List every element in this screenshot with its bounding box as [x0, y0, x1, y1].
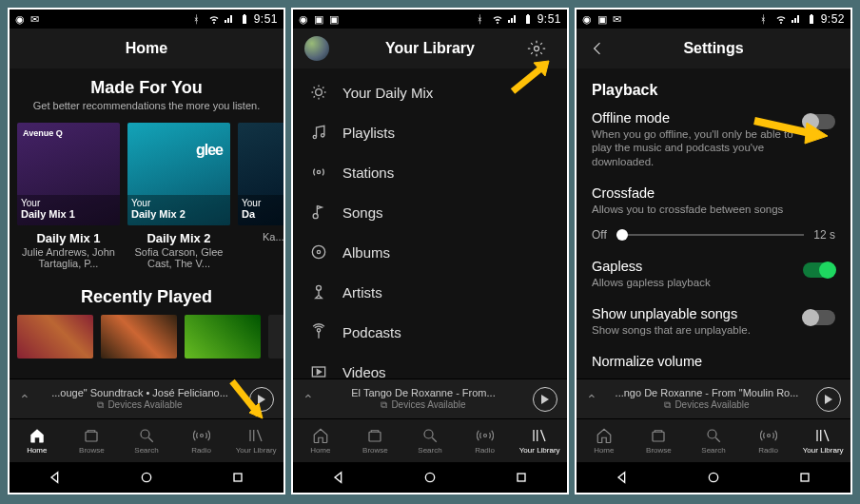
setting-gapless[interactable]: Gapless Allows gapless playback: [577, 251, 850, 299]
play-button[interactable]: [249, 387, 274, 412]
play-button[interactable]: [533, 387, 557, 412]
mail-icon: ✉: [613, 13, 624, 25]
setting-unplayable[interactable]: Show unplayable songs Show songs that ar…: [577, 299, 850, 346]
avatar[interactable]: [304, 36, 329, 61]
tab-browse[interactable]: Browse: [65, 419, 120, 462]
recently-played-carousel[interactable]: [10, 311, 283, 362]
crossfade-slider[interactable]: Off 12 s: [577, 226, 850, 251]
svg-rect-21: [653, 432, 664, 441]
screen-library: ◉ ▣ ▣ ᚼ 9:51 Your Library Your Daily Mix…: [291, 8, 569, 494]
tab-home[interactable]: Home: [577, 419, 632, 462]
recents-button[interactable]: [797, 470, 812, 485]
daily-mix-card[interactable]: YourDaily Mix 1 Daily Mix 1 Julie Andrew…: [17, 123, 120, 270]
recents-button[interactable]: [230, 470, 245, 485]
tab-browse[interactable]: Browse: [348, 419, 403, 462]
svg-point-3: [142, 473, 150, 481]
slider-max-label: 12 s: [813, 228, 835, 242]
home-button[interactable]: [422, 470, 438, 485]
devices-icon: ⧉: [97, 399, 104, 411]
home-button[interactable]: [139, 470, 154, 485]
tab-radio[interactable]: Radio: [174, 419, 229, 462]
library-item-daily-mix[interactable]: Your Daily Mix: [293, 72, 567, 112]
toggle-gapless[interactable]: [803, 262, 835, 278]
bottom-tabs: Home Browse Search Radio Your Library: [293, 418, 567, 462]
setting-title: Normalize volume: [592, 354, 835, 369]
tab-home[interactable]: Home: [293, 419, 348, 462]
setting-crossfade: Crossfade Allows you to crossfade betwee…: [577, 178, 850, 225]
slider-knob[interactable]: [616, 229, 628, 241]
page-title: Home: [49, 40, 244, 57]
library-item-songs[interactable]: Songs: [293, 192, 567, 232]
library-item-playlists[interactable]: Playlists: [293, 112, 567, 152]
now-playing-bar[interactable]: ⌃ ...ouge" Soundtrack • José Feliciano..…: [10, 378, 283, 418]
tab-home[interactable]: Home: [10, 419, 65, 462]
tab-search[interactable]: Search: [402, 419, 458, 462]
setting-desc: Allows gapless playback: [592, 276, 795, 289]
screen-home: ◉ ✉ ᚼ 9:51 Home Made For You Get better …: [8, 8, 285, 494]
tab-library[interactable]: Your Library: [228, 419, 283, 462]
made-for-you-subtitle: Get better recommendations the more you …: [21, 100, 272, 113]
card-subtitle: Ka... Stev...: [238, 231, 283, 243]
svg-point-8: [322, 134, 324, 137]
svg-point-22: [708, 430, 716, 438]
chevron-up-icon[interactable]: ⌃: [303, 392, 314, 407]
now-playing-track: El Tango De Roxanne - From...: [322, 387, 525, 399]
battery-icon: [239, 13, 250, 25]
setting-title: Crossfade: [592, 185, 835, 201]
chevron-up-icon[interactable]: ⌃: [586, 392, 597, 407]
devices-icon: ⧉: [381, 399, 387, 411]
play-button[interactable]: [816, 387, 841, 412]
android-nav: [10, 462, 283, 493]
tab-search[interactable]: Search: [119, 419, 174, 462]
toggle-unplayable[interactable]: [803, 310, 835, 325]
library-item-albums[interactable]: Albums: [293, 232, 567, 272]
tab-radio[interactable]: Radio: [458, 419, 513, 462]
bottom-tabs: Home Browse Search Radio Your Library: [10, 418, 283, 462]
card-subtitle: Sofia Carson, Glee Cast, The V...: [127, 246, 230, 270]
album-thumb[interactable]: [185, 315, 261, 359]
back-button[interactable]: [48, 470, 63, 485]
now-playing-bar[interactable]: ⌃ ...ngo De Roxanne - From "Moulin Ro...…: [577, 378, 850, 418]
devices-label[interactable]: Devices Available: [391, 399, 465, 411]
back-button[interactable]: [331, 470, 346, 485]
daily-mix-card[interactable]: YourDaily Mix 2 Daily Mix 2 Sofia Carson…: [127, 123, 230, 270]
recents-button[interactable]: [514, 470, 529, 485]
tab-library[interactable]: Your Library: [795, 419, 850, 462]
card-subtitle: Julie Andrews, John Tartaglia, P...: [17, 246, 120, 270]
library-item-artists[interactable]: Artists: [293, 272, 567, 312]
section-playback: Playback: [577, 68, 850, 103]
daily-mix-card[interactable]: YourDa Ka... Stev...: [238, 123, 283, 270]
library-item-podcasts[interactable]: Podcasts: [293, 312, 567, 352]
back-chevron[interactable]: [588, 39, 616, 58]
library-item-videos[interactable]: Videos: [293, 352, 567, 378]
library-list: Your Daily Mix Playlists Stations Songs …: [293, 68, 567, 378]
status-bar: ◉ ▣ ✉ ᚼ 9:52: [577, 10, 850, 29]
toggle-offline[interactable]: [803, 114, 835, 129]
devices-label[interactable]: Devices Available: [108, 399, 182, 411]
tab-browse[interactable]: Browse: [632, 419, 687, 462]
setting-normalize[interactable]: Normalize volume: [577, 346, 850, 378]
card-title: Daily Mix 2: [127, 231, 230, 245]
back-button[interactable]: [615, 470, 630, 485]
android-nav: [577, 462, 850, 493]
tab-search[interactable]: Search: [686, 419, 741, 462]
tab-library[interactable]: Your Library: [512, 419, 567, 462]
image-icon: ▣: [329, 13, 341, 25]
setting-desc: Allows you to crossfade between songs: [592, 203, 835, 216]
album-thumb[interactable]: [268, 315, 283, 359]
daily-mix-carousel[interactable]: YourDaily Mix 1 Daily Mix 1 Julie Andrew…: [10, 117, 283, 270]
home-button[interactable]: [706, 470, 721, 485]
radio-icon: [308, 162, 329, 183]
setting-offline-mode[interactable]: Offline mode When you go offline, you'll…: [577, 103, 850, 178]
tab-radio[interactable]: Radio: [741, 419, 796, 462]
signal-icon: [507, 13, 518, 25]
now-playing-bar[interactable]: ⌃ El Tango De Roxanne - From... ⧉Devices…: [293, 378, 567, 418]
library-item-stations[interactable]: Stations: [293, 152, 567, 192]
album-thumb[interactable]: [17, 315, 93, 359]
sun-icon: [308, 82, 329, 103]
devices-label[interactable]: Devices Available: [674, 399, 749, 411]
settings-button[interactable]: [527, 39, 556, 58]
chevron-up-icon[interactable]: ⌃: [19, 392, 30, 407]
app-icon: ◉: [582, 13, 594, 25]
album-thumb[interactable]: [101, 315, 177, 359]
